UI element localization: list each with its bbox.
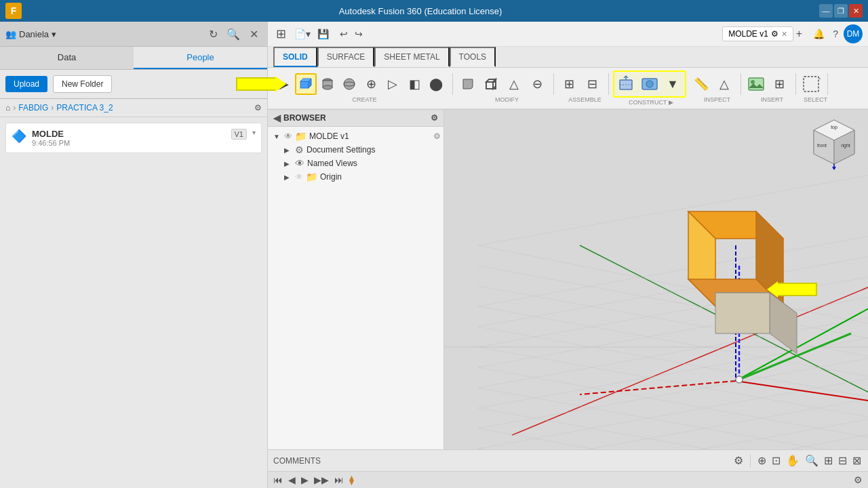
new-folder-button[interactable]: New Folder (53, 75, 112, 93)
hand-button[interactable]: ✋ (785, 453, 801, 468)
assemble-label: ASSEMBLE (568, 96, 601, 103)
tab-solid[interactable]: SOLID (273, 47, 317, 67)
user-button[interactable]: 👥 Daniela ▾ (5, 29, 56, 39)
loft-button[interactable]: ⬤ (425, 73, 447, 95)
breadcrumb-settings-icon[interactable]: ⚙ (254, 103, 262, 113)
help-button[interactable]: ? (830, 24, 841, 43)
browser-panel: ◀ BROWSER ⚙ ▼ 👁 📁 MOLDE v1 ⚙ (268, 110, 444, 449)
extrude-button[interactable]: ▷ (382, 73, 403, 95)
refresh-button[interactable]: ↻ (205, 26, 221, 42)
viewport[interactable]: 100 50 -50 -100 -50 -100 -150 150 100 (444, 110, 868, 449)
tree-item-doc-settings[interactable]: ▶ ⚙ Document Settings (268, 143, 443, 157)
username-label: Daniela (19, 29, 49, 39)
right-panel: ⊞ 📄▾ 💾 ↩ ↪ MOLDE v1 ⚙ ✕ + 🔔 (268, 22, 868, 488)
tab-tools[interactable]: TOOLS (450, 47, 496, 67)
redo-button[interactable]: ↪ (352, 27, 366, 41)
display-button[interactable]: ⊟ (837, 453, 848, 468)
insert-image-button[interactable] (745, 73, 767, 95)
nav-cube[interactable]: top front right (807, 117, 861, 171)
pan-button[interactable]: ⊡ (770, 453, 782, 468)
left-panel: 👥 Daniela ▾ ↻ 🔍 ✕ Data People Upload New… (0, 22, 268, 488)
tab-data[interactable]: Data (0, 47, 134, 69)
doc-tab-settings-icon[interactable]: ⚙ (771, 29, 778, 39)
breadcrumb-practica[interactable]: PRACTICA 3_2 (56, 103, 113, 113)
construct-photo-button[interactable] (639, 73, 660, 95)
main-area: 👥 Daniela ▾ ↻ 🔍 ✕ Data People Upload New… (0, 22, 868, 488)
tab-surface[interactable]: SURFACE (317, 47, 375, 67)
new-component-button[interactable]: ⊞ (558, 73, 580, 95)
restore-button[interactable]: ❐ (834, 4, 848, 18)
tab-sheet-metal[interactable]: SHEET METAL (374, 47, 449, 67)
upload-button[interactable]: Upload (5, 76, 47, 92)
select-button[interactable] (800, 73, 822, 95)
svg-rect-21 (804, 77, 818, 92)
orbit-button[interactable]: ⊕ (756, 453, 768, 468)
construct-more-button[interactable]: ▼ (662, 73, 684, 95)
revolve-button[interactable]: ◧ (403, 73, 425, 95)
inspect-more-button[interactable]: △ (713, 73, 735, 95)
inspect-group-wrapper: 📏 △ INSPECT (690, 73, 744, 103)
tree-item-origin[interactable]: ▶ 👁 📁 Origin (268, 170, 443, 184)
shell-button[interactable] (480, 73, 502, 95)
action-bar: Upload New Folder ⚙ (0, 70, 267, 99)
close-button[interactable]: ✕ (849, 4, 863, 18)
search-button[interactable]: 🔍 (225, 26, 241, 42)
origin-eye-icon[interactable]: 👁 (295, 172, 303, 182)
app-grid-button[interactable]: ⊞ (273, 25, 289, 43)
browser-collapse-button[interactable]: ◀ (273, 113, 281, 123)
settings-icon: ⚙ (295, 144, 304, 155)
combine-button[interactable]: △ (503, 73, 525, 95)
modify-more-button[interactable]: ⊖ (526, 73, 548, 95)
measure-button[interactable]: 📏 (690, 73, 712, 95)
version-badge[interactable]: V1 (231, 129, 247, 140)
timeline-play-button[interactable]: ▶ (301, 474, 309, 485)
timeline-start-button[interactable]: ⏮ (273, 474, 283, 485)
window-title: Autodesk Fusion 360 (Education License) (22, 6, 819, 16)
breadcrumb-fabdig[interactable]: FABDIG (18, 103, 48, 113)
list-item[interactable]: 🔷 MOLDE 9:46:56 PM V1 ▾ (5, 123, 262, 153)
notification-button[interactable]: 🔔 (810, 24, 827, 43)
zoom-button[interactable]: 🔍 (804, 453, 820, 468)
svg-line-46 (478, 394, 868, 449)
eye-icon[interactable]: 👁 (284, 131, 292, 141)
save-button[interactable]: 💾 (315, 27, 332, 41)
tree-item-molde[interactable]: ▼ 👁 📁 MOLDE v1 ⚙ (268, 129, 443, 143)
minimize-button[interactable]: — (819, 4, 833, 18)
new-tab-button[interactable]: + (796, 28, 802, 40)
fillet-button[interactable] (457, 73, 479, 95)
browser-tree: ▼ 👁 📁 MOLDE v1 ⚙ ▶ ⚙ Document Settings (268, 127, 443, 186)
svg-point-6 (344, 79, 355, 89)
offset-plane-button[interactable] (616, 73, 637, 95)
folder-icon: 📁 (295, 131, 307, 142)
cylinder-tool-button[interactable] (317, 73, 338, 95)
modify-group-wrapper: △ ⊖ MODIFY (457, 73, 557, 103)
insert-more-button[interactable]: ⊞ (768, 73, 790, 95)
tree-settings-icon[interactable]: ⚙ (433, 131, 441, 141)
home-icon[interactable]: ⌂ (5, 103, 10, 113)
insert-group: ⊞ (745, 73, 796, 95)
box-tool-button[interactable] (295, 73, 317, 95)
data-people-tabs: Data People (0, 47, 267, 70)
tab-people[interactable]: People (134, 47, 267, 69)
timeline-prev-button[interactable]: ◀ (288, 474, 296, 485)
sphere-tool-button[interactable] (338, 73, 360, 95)
create-more-button[interactable]: ⊕ (360, 73, 382, 95)
doc-tab-close-button[interactable]: ✕ (781, 30, 787, 39)
timeline-settings-button[interactable]: ⚙ (854, 474, 863, 485)
browser-settings-icon[interactable]: ⚙ (431, 113, 438, 123)
comments-settings-button[interactable]: ⚙ (732, 453, 745, 468)
close-panel-button[interactable]: ✕ (245, 26, 262, 42)
timeline-next-button[interactable]: ▶▶ (314, 474, 329, 485)
panel-button[interactable]: ⊠ (851, 453, 863, 468)
version-chevron-icon[interactable]: ▾ (252, 129, 256, 136)
timeline-end-button[interactable]: ⏭ (334, 474, 344, 485)
construct-group: ▼ (613, 70, 686, 98)
new-doc-button[interactable]: 📄▾ (292, 27, 313, 41)
user-avatar[interactable]: DM (844, 24, 863, 43)
view-mode-button[interactable]: ⊞ (823, 453, 834, 468)
tree-item-named-views[interactable]: ▶ 👁 Named Views (268, 157, 443, 170)
joint-button[interactable]: ⊟ (581, 73, 603, 95)
browser-title: BROWSER (283, 113, 326, 123)
comments-label: COMMENTS (273, 456, 730, 466)
undo-button[interactable]: ↩ (337, 27, 351, 41)
